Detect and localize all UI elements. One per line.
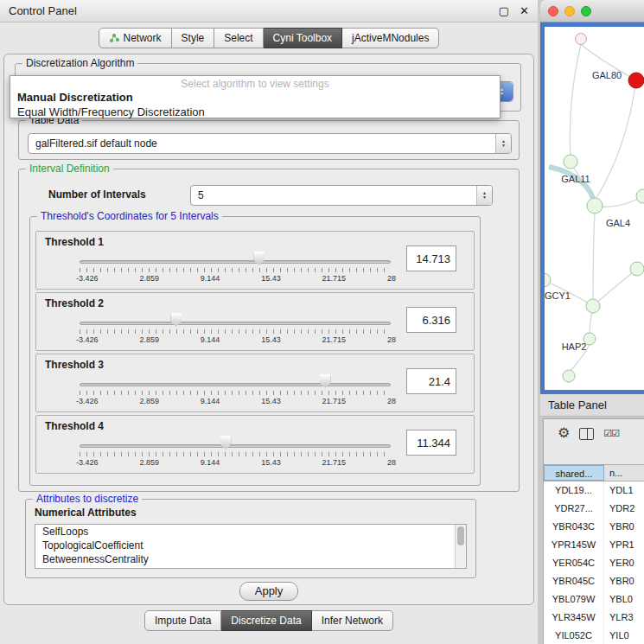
cell[interactable]: YPR145W [544, 536, 604, 554]
threshold-4-slider[interactable]: -3.4262.8599.14415.4321.71528 [80, 435, 391, 469]
cell[interactable]: YBR043C [544, 518, 604, 536]
network-edge[interactable] [570, 44, 581, 156]
cell[interactable]: YIL0 [604, 627, 644, 644]
panel-title: Control Panel [9, 4, 77, 17]
table-row[interactable]: YIL052CYIL0 [544, 627, 644, 644]
table-panel: ⚙ ☑☑ shared... n... YDL19...YDL1 YDR27..… [543, 418, 644, 644]
cell[interactable]: YBR045C [544, 572, 604, 590]
combo-arrows-icon: ▲▼ [476, 186, 492, 205]
cell[interactable]: YIL052C [544, 627, 604, 644]
table-row[interactable]: YER054CYER0 [544, 554, 644, 572]
minimize-traffic-light-icon[interactable] [564, 6, 575, 16]
tab-select[interactable]: Select [214, 28, 263, 48]
network-node[interactable] [586, 299, 600, 313]
cell[interactable]: YLR345W [544, 609, 604, 627]
network-node[interactable] [545, 273, 551, 287]
tab-network[interactable]: Network [99, 28, 172, 48]
cell[interactable]: YER054C [544, 554, 604, 572]
network-canvas[interactable]: GAL80 GAL11 GAL4 GCY1 HAP2 [540, 22, 644, 394]
table-row[interactable]: YBR045CYBR0 [544, 572, 644, 590]
threshold-3-slider[interactable]: -3.4262.8599.14415.4321.71528 [80, 373, 391, 408]
gear-icon[interactable]: ⚙ [558, 426, 570, 440]
zoom-traffic-light-icon[interactable] [581, 6, 591, 16]
list-item-selfloops[interactable]: SelfLoops [35, 525, 466, 539]
tab-style[interactable]: Style [172, 28, 215, 48]
table-header-row: shared... n... [544, 464, 644, 481]
cell[interactable]: YPR1 [604, 536, 644, 554]
scrollbar-thumb[interactable] [457, 526, 464, 545]
table-body: YDL19...YDL1 YDR27...YDR2 YBR043CYBR0 YP… [544, 481, 644, 644]
cell[interactable]: YBL0 [604, 590, 644, 609]
threshold-coordinates-label: Threshold's Coordinates for 5 Intervals [37, 210, 222, 222]
cell[interactable]: YDR2 [604, 500, 644, 518]
threshold-1-value-field[interactable]: 14.713 [406, 245, 456, 271]
cell[interactable]: YDR27... [544, 500, 604, 518]
tab-jactivemnodules[interactable]: jActiveMNodules [342, 28, 439, 48]
cell[interactable]: YBR0 [604, 572, 644, 590]
number-of-intervals-combobox[interactable]: 5 ▲▼ [190, 185, 493, 206]
list-item-topologicalcoefficient[interactable]: TopologicalCoefficient [35, 539, 466, 552]
network-edge[interactable] [596, 80, 636, 198]
network-node[interactable] [630, 262, 644, 276]
apply-button[interactable]: Apply [239, 582, 298, 601]
tab-impute-data-label: Impute Data [155, 615, 211, 627]
threshold-2-slider[interactable]: -3.4262.8599.14415.4321.71528 [80, 312, 391, 347]
popup-item-equal-width[interactable]: Equal Width/Frequency Discretization [10, 105, 500, 119]
threshold-1-label: Threshold 1 [45, 236, 104, 248]
tab-cyni-toolbox-label: Cyni Toolbox [273, 32, 332, 44]
list-item-betweennesscentrality[interactable]: BetweennessCentrality [35, 552, 466, 566]
cell[interactable]: YDL1 [604, 481, 644, 500]
network-node[interactable] [563, 370, 575, 382]
threshold-2-value-field[interactable]: 6.316 [406, 307, 456, 333]
attributes-scrollbar[interactable] [455, 525, 466, 568]
cell[interactable]: YLR3 [604, 609, 644, 627]
column-header-name[interactable]: n... [604, 465, 644, 481]
cell[interactable]: YBL079W [544, 590, 604, 609]
numerical-attributes-label: Numerical Attributes [35, 507, 137, 519]
float-window-icon[interactable]: ▢ [499, 4, 509, 17]
columns-icon[interactable] [579, 428, 594, 440]
cell[interactable]: YER0 [604, 554, 644, 572]
slider-track[interactable] [80, 383, 391, 386]
table-row[interactable]: YDL19...YDL1 [544, 481, 644, 500]
tab-discretize-data[interactable]: Discretize Data [221, 610, 311, 631]
table-row[interactable]: YLR345WYLR3 [544, 609, 644, 627]
slider-track[interactable] [80, 444, 391, 448]
network-edge-thick[interactable] [549, 167, 595, 205]
table-data-combobox[interactable]: galFiltered.sif default node ▲▼ [28, 133, 512, 154]
attributes-group: Attributes to discretize Numerical Attri… [25, 499, 476, 578]
threshold-3-value-field[interactable]: 21.4 [406, 368, 456, 394]
network-edge[interactable] [594, 269, 637, 305]
slider-track[interactable] [80, 260, 391, 264]
close-window-icon[interactable]: ✕ [520, 4, 529, 17]
tab-impute-data[interactable]: Impute Data [144, 610, 221, 631]
network-node-label: GCY1 [545, 290, 571, 301]
network-node-label: GAL4 [606, 218, 630, 228]
tab-cyni-toolbox[interactable]: Cyni Toolbox [264, 28, 342, 48]
number-of-intervals-value: 5 [198, 189, 204, 201]
table-row[interactable]: YBL079WYBL0 [544, 590, 644, 609]
interval-definition-label: Interval Definition [26, 163, 113, 175]
network-node[interactable] [587, 198, 603, 214]
cell[interactable]: YDL19... [544, 481, 604, 500]
slider-track[interactable] [80, 322, 391, 325]
network-node-selected[interactable] [628, 73, 644, 88]
network-view-window: GAL80 GAL11 GAL4 GCY1 HAP2 [540, 0, 644, 394]
network-node[interactable] [636, 189, 644, 203]
close-traffic-light-icon[interactable] [548, 6, 558, 16]
tab-infer-network[interactable]: Infer Network [312, 610, 393, 631]
checkboxes-icon[interactable]: ☑☑ [603, 428, 619, 439]
network-node[interactable] [564, 155, 577, 169]
threshold-1-slider[interactable]: -3.4262.8599.14415.4321.71528 [80, 251, 391, 285]
table-row[interactable]: YDR27...YDR2 [544, 500, 644, 518]
table-row[interactable]: YPR145WYPR1 [544, 536, 644, 554]
column-header-shared[interactable]: shared... [544, 465, 604, 481]
table-row[interactable]: YBR043CYBR0 [544, 518, 644, 536]
threshold-4-value-field[interactable]: 11.344 [406, 430, 456, 456]
slider-tick-labels: -3.4262.8599.14415.4321.71528 [76, 458, 396, 467]
popup-item-manual-discretization[interactable]: Manual Discretization [10, 90, 500, 105]
network-window-titlebar [540, 0, 644, 22]
network-edge[interactable] [593, 214, 595, 305]
cell[interactable]: YBR0 [604, 518, 644, 536]
network-node[interactable] [576, 34, 587, 45]
